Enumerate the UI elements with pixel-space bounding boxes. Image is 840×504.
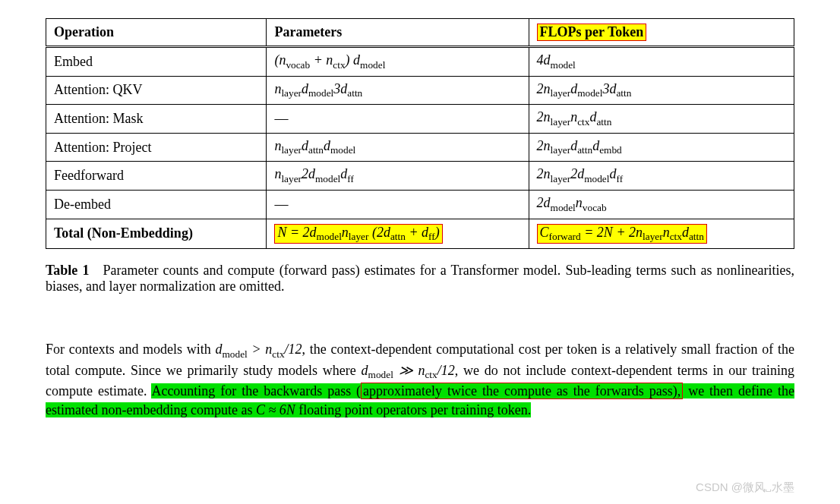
total-flops-highlight: Cforward = 2N + 2nlayernctxdattn: [537, 224, 707, 244]
op-flops: 2nlayer2dmodeldff: [529, 162, 794, 191]
table-caption: Table 1 Parameter counts and compute (fo…: [46, 263, 794, 295]
hl-seg: Accounting for the backwards pass (: [151, 383, 361, 398]
op-params: —: [267, 190, 529, 219]
col-flops: FLOPs per Token: [529, 19, 794, 47]
table-row: De-embed — 2dmodelnvocab: [46, 190, 794, 219]
col-parameters: Parameters: [267, 19, 529, 47]
op-params: —: [267, 105, 529, 134]
table-row: Attention: Mask — 2nlayernctxdattn: [46, 105, 794, 134]
op-name: Attention: QKV: [46, 76, 267, 105]
op-params: (nvocab + nctx) dmodel: [267, 47, 529, 77]
flops-header-highlight: FLOPs per Token: [537, 24, 647, 41]
table-row: Attention: Project nlayerdattndmodel 2nl…: [46, 133, 794, 162]
op-name: Embed: [46, 47, 267, 77]
op-flops: 2nlayernctxdattn: [529, 105, 794, 134]
body-paragraph: For contexts and models with dmodel > nc…: [46, 340, 794, 419]
total-flops: Cforward = 2N + 2nlayernctxdattn: [529, 219, 794, 249]
table-row: Attention: QKV nlayerdmodel3dattn 2nlaye…: [46, 76, 794, 105]
flops-table: Operation Parameters FLOPs per Token Emb…: [46, 18, 794, 249]
red-outline: approximately twice the compute as the f…: [361, 383, 683, 399]
table-header-row: Operation Parameters FLOPs per Token: [46, 19, 794, 47]
col-operation: Operation: [46, 19, 267, 47]
total-params-highlight: N = 2dmodelnlayer (2dattn + dff): [274, 224, 442, 244]
cond-1: dmodel > nctx/12: [215, 342, 302, 357]
op-params: nlayerdattndmodel: [267, 133, 529, 162]
total-params: N = 2dmodelnlayer (2dattn + dff): [267, 219, 529, 249]
green-highlight: Accounting for the backwards pass (appro…: [46, 383, 794, 417]
op-flops: 2dmodelnvocab: [529, 190, 794, 219]
op-name: Attention: Mask: [46, 105, 267, 134]
caption-text: Parameter counts and compute (forward pa…: [46, 263, 794, 294]
op-params: nlayerdmodel3dattn: [267, 76, 529, 105]
op-flops: 2nlayerdattndembd: [529, 133, 794, 162]
hl-seg: floating point operators per training to…: [295, 402, 531, 417]
caption-lead: Table 1: [46, 263, 89, 278]
total-label: Total (Non-Embedding): [46, 219, 267, 249]
op-name: Feedforward: [46, 162, 267, 191]
op-flops: 4dmodel: [529, 47, 794, 77]
op-name: Attention: Project: [46, 133, 267, 162]
table-total-row: Total (Non-Embedding) N = 2dmodelnlayer …: [46, 219, 794, 249]
op-flops: 2nlayerdmodel3dattn: [529, 76, 794, 105]
cond-2: dmodel ≫ nctx/12: [362, 363, 455, 378]
table-row: Embed (nvocab + nctx) dmodel 4dmodel: [46, 47, 794, 77]
op-params: nlayer2dmodeldff: [267, 162, 529, 191]
compute-formula: C ≈ 6N: [256, 402, 295, 417]
table-row: Feedforward nlayer2dmodeldff 2nlayer2dmo…: [46, 162, 794, 191]
op-name: De-embed: [46, 190, 267, 219]
para-seg: For contexts and models with: [46, 342, 215, 357]
